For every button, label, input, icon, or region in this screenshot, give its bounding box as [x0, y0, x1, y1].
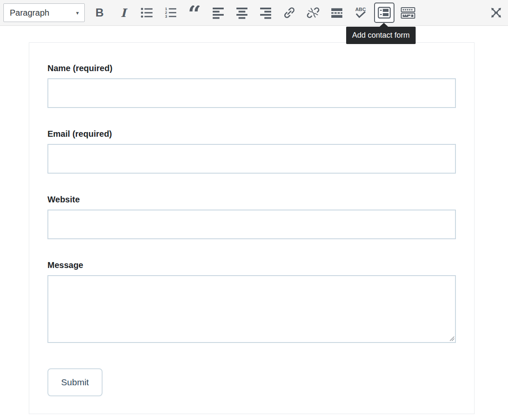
contact-form-icon [377, 6, 391, 19]
submit-button[interactable]: Submit [47, 368, 103, 396]
link-icon [283, 6, 296, 19]
message-textarea-wrap [47, 275, 456, 343]
name-field-label: Name (required) [47, 64, 456, 73]
italic-button[interactable]: I [115, 3, 132, 23]
message-textarea[interactable] [47, 275, 456, 343]
numbered-list-button[interactable]: 1 2 3 [162, 3, 179, 23]
paragraph-dropdown[interactable]: Paragraph ▾ [3, 3, 85, 22]
align-center-icon [236, 6, 248, 19]
bulleted-list-icon [141, 6, 153, 19]
resize-grip-icon[interactable] [450, 336, 455, 341]
form-field-name: Name (required) [47, 64, 456, 108]
editor-content-area: Name (required) Email (required) Website… [0, 26, 508, 420]
svg-text:3: 3 [165, 14, 167, 19]
svg-text:ABC: ABC [355, 7, 366, 12]
contact-form-preview[interactable]: Name (required) Email (required) Website… [29, 42, 475, 414]
align-right-icon [259, 6, 272, 19]
keyboard-icon [400, 6, 416, 19]
form-field-message: Message [47, 260, 456, 343]
name-input[interactable] [47, 78, 456, 108]
add-contact-form-button[interactable] [374, 3, 394, 23]
align-right-button[interactable] [257, 3, 274, 23]
tooltip-text: Add contact form [352, 31, 410, 40]
message-field-label: Message [47, 260, 456, 270]
blockquote-button[interactable]: “ [186, 3, 203, 23]
email-field-label: Email (required) [47, 129, 456, 139]
chevron-down-icon: ▾ [76, 10, 79, 16]
bold-icon: B [95, 7, 104, 19]
bold-button[interactable]: B [91, 3, 108, 23]
form-field-email: Email (required) [47, 129, 456, 174]
spellcheck-icon: ABC [354, 6, 367, 19]
insert-more-tag-button[interactable] [328, 3, 345, 23]
toolbar-toggle-button[interactable] [400, 3, 416, 23]
email-input[interactable] [47, 144, 456, 174]
blockquote-icon: “ [188, 6, 201, 20]
italic-icon: I [121, 7, 126, 19]
align-center-button[interactable] [233, 3, 250, 23]
spellcheck-button[interactable]: ABC [352, 3, 369, 23]
website-input[interactable] [47, 210, 456, 239]
insert-link-button[interactable] [281, 3, 298, 23]
fullscreen-button[interactable] [489, 3, 504, 23]
more-tag-icon [330, 6, 343, 19]
website-field-label: Website [47, 195, 456, 204]
remove-link-button[interactable] [305, 3, 322, 23]
unlink-icon [307, 6, 319, 19]
form-field-website: Website [47, 195, 456, 239]
align-left-icon [212, 6, 225, 19]
align-left-button[interactable] [210, 3, 227, 23]
bulleted-list-button[interactable] [139, 3, 155, 23]
fullscreen-icon [489, 6, 503, 19]
paragraph-dropdown-value: Paragraph [10, 8, 49, 18]
numbered-list-icon: 1 2 3 [164, 6, 177, 19]
add-contact-form-tooltip: Add contact form [346, 27, 416, 44]
editor-toolbar: Paragraph ▾ B I 1 2 3 [0, 0, 508, 26]
